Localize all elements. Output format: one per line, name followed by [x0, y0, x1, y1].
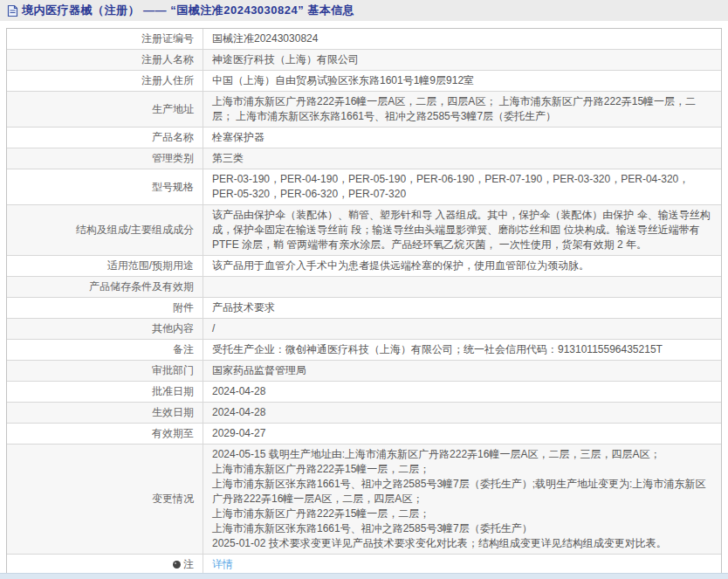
row-label: 批准日期 [7, 382, 203, 402]
row-label: 生效日期 [7, 403, 203, 423]
page-footer-strip [0, 573, 728, 579]
row-label: 其他内容 [7, 319, 203, 339]
row-value [203, 277, 721, 297]
table-row-storage-conditions: 产品储存条件及有效期 [7, 277, 721, 298]
row-label: 变更情况 [7, 445, 203, 554]
row-label: 型号规格 [7, 169, 203, 204]
row-value: 2024-05-15 载明生产地址由:上海市浦东新区广丹路222弄16幢一层A区… [203, 445, 721, 554]
row-value: 国械注准20243030824 [203, 29, 721, 49]
note-label: 注 [183, 557, 194, 572]
row-value: 中国（上海）自由贸易试验区张东路1601号1幢9层912室 [203, 71, 721, 91]
table-row-registrant-name: 注册人名称 神途医疗科技（上海）有限公司 [7, 50, 721, 71]
document-icon [7, 4, 18, 17]
row-label: 注册人名称 [7, 50, 203, 70]
row-value: 神途医疗科技（上海）有限公司 [203, 50, 721, 70]
row-value: 受托生产企业：微创神通医疗科技（上海）有限公司；统一社会信用代码：9131011… [203, 340, 721, 360]
row-label: 产品名称 [7, 128, 203, 148]
row-label: 审批部门 [7, 361, 203, 381]
table-row-model-spec: 型号规格 PER-03-190，PER-04-190，PER-05-190，PE… [7, 169, 721, 205]
row-value: 栓塞保护器 [203, 128, 721, 148]
row-label: 注 [7, 555, 203, 575]
table-row-production-address: 生产地址 上海市浦东新区广丹路222弄16幢一层A区，二层，四层A区； 上海市浦… [7, 92, 721, 128]
page-header: 境内医疗器械（注册） —— “国械注准20243030824” 基本信息 [0, 0, 728, 21]
row-label: 管理类别 [7, 148, 203, 169]
row-value: 2029-04-27 [203, 424, 721, 444]
page-title: 境内医疗器械（注册） —— “国械注准20243030824” 基本信息 [22, 3, 354, 18]
table-row-structure-composition: 结构及组成/主要组成成分 该产品由保护伞（装配体）、鞘管、塑形针和导 入器组成。… [7, 205, 721, 256]
table-row-management-class: 管理类别 第三类 [7, 148, 721, 169]
row-label: 注册证编号 [7, 29, 203, 49]
row-label: 结构及组成/主要组成成分 [7, 205, 203, 255]
row-label: 附件 [7, 298, 203, 318]
row-value: 该产品由保护伞（装配体）、鞘管、塑形针和导 入器组成。其中，保护伞（装配体）由保… [203, 205, 721, 255]
row-value: PER-03-190，PER-04-190，PER-05-190，PER-06-… [203, 169, 721, 204]
table-row-expiry-date: 有效期至 2029-04-27 [7, 424, 721, 445]
table-row-approval-department: 审批部门 国家药品监督管理局 [7, 361, 721, 382]
row-label: 备注 [7, 340, 203, 360]
table-row-attachments: 附件 产品技术要求 [7, 298, 721, 319]
row-value: 2024-04-28 [203, 382, 721, 402]
info-table: 注册证编号 国械注准20243030824 注册人名称 神途医疗科技（上海）有限… [6, 28, 722, 576]
row-label: 注册人住所 [7, 71, 203, 91]
table-row-registrant-address: 注册人住所 中国（上海）自由贸易试验区张东路1601号1幢9层912室 [7, 71, 721, 92]
row-label: 有效期至 [7, 424, 203, 444]
row-value: 详情 [203, 555, 721, 575]
row-label: 产品储存条件及有效期 [7, 277, 203, 297]
table-row-approval-date: 批准日期 2024-04-28 [7, 382, 721, 403]
table-row-product-name: 产品名称 栓塞保护器 [7, 128, 721, 148]
row-value: / [203, 319, 721, 339]
note-icon [173, 561, 181, 569]
table-row-remarks: 备注 受托生产企业：微创神通医疗科技（上海）有限公司；统一社会信用代码：9131… [7, 340, 721, 361]
row-value: 2024-04-28 [203, 403, 721, 423]
row-value: 该产品用于血管介入手术中为患者提供远端栓塞的保护，使用血管部位为颈动脉。 [203, 256, 721, 276]
table-row-reg-number: 注册证编号 国械注准20243030824 [7, 29, 721, 50]
details-link[interactable]: 详情 [212, 557, 233, 572]
row-label: 生产地址 [7, 92, 203, 127]
row-label: 适用范围/预期用途 [7, 256, 203, 276]
table-row-other-content: 其他内容 / [7, 319, 721, 340]
row-value: 国家药品监督管理局 [203, 361, 721, 381]
table-row-intended-use: 适用范围/预期用途 该产品用于血管介入手术中为患者提供远端栓塞的保护，使用血管部… [7, 256, 721, 277]
row-value: 上海市浦东新区广丹路222弄16幢一层A区，二层，四层A区； 上海市浦东新区广丹… [203, 92, 721, 127]
row-value: 第三类 [203, 148, 721, 169]
row-value: 产品技术要求 [203, 298, 721, 318]
table-row-effective-date: 生效日期 2024-04-28 [7, 403, 721, 424]
table-row-change-history: 变更情况 2024-05-15 载明生产地址由:上海市浦东新区广丹路222弄16… [7, 445, 721, 555]
